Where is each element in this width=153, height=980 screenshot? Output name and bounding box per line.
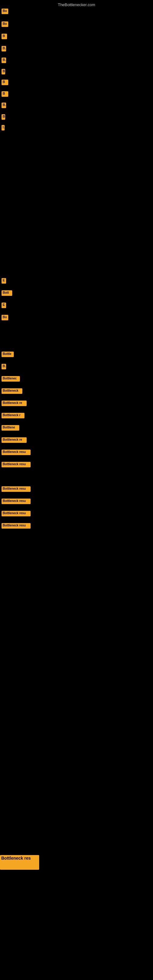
bottleneck-badge[interactable]: Bottlene [2, 425, 19, 431]
bottleneck-badge[interactable]: Bottleneck resu [2, 499, 30, 504]
bottleneck-badge[interactable]: E [2, 302, 6, 308]
bottleneck-badge[interactable]: Bottleneck resu [2, 450, 30, 455]
bottleneck-badge[interactable]: Bo [2, 9, 8, 14]
site-title: TheBottlenecker.com [58, 2, 95, 7]
bottleneck-badge[interactable]: B [2, 114, 5, 120]
bottleneck-badge[interactable]: Bottle [2, 352, 14, 357]
bottleneck-badge[interactable]: B [2, 34, 7, 39]
bottleneck-badge[interactable]: Bott [2, 290, 12, 296]
bottleneck-badge[interactable]: Bottleneck res [0, 855, 39, 870]
bottleneck-badge[interactable]: Bottleneck re [2, 401, 27, 406]
bottleneck-badge[interactable]: Bo [2, 315, 8, 320]
bottleneck-badge[interactable]: I [2, 125, 5, 130]
bottleneck-badge[interactable]: B [2, 57, 6, 63]
bottleneck-badge[interactable]: Bottleneck re [2, 438, 27, 443]
bottleneck-badge[interactable]: B [2, 80, 8, 85]
bottleneck-badge[interactable]: B [2, 69, 5, 75]
bottleneck-badge[interactable]: B [2, 46, 6, 51]
bottleneck-badge[interactable]: Bottleneck resu [2, 486, 30, 492]
bottleneck-badge[interactable]: B [2, 103, 6, 108]
bottleneck-badge[interactable]: Bo [2, 21, 8, 27]
bottleneck-badge[interactable]: B [2, 91, 8, 97]
bottleneck-badge[interactable]: E [2, 278, 6, 283]
bottleneck-badge[interactable]: Bottleneck resu [2, 511, 30, 516]
bottleneck-badge[interactable]: Bottleneck [2, 388, 22, 394]
bottleneck-badge[interactable]: Bottleneck resu [2, 462, 30, 467]
bottleneck-badge[interactable]: Bottleneck r [2, 413, 24, 418]
bottleneck-badge[interactable]: B [2, 364, 6, 369]
bottleneck-badge[interactable]: Bottlenec [2, 376, 20, 382]
bottleneck-badge[interactable]: Bottleneck resu [2, 523, 30, 528]
